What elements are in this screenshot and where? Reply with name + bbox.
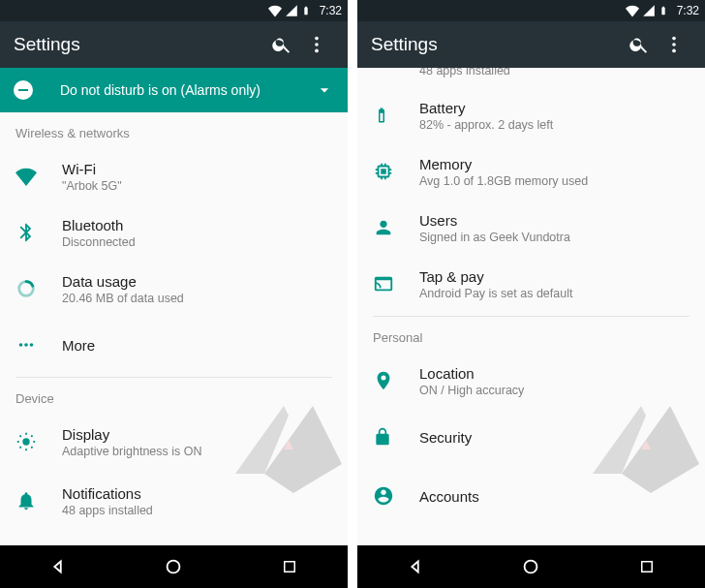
- more-horiz-icon: [15, 334, 37, 356]
- settings-list[interactable]: Wireless & networks Wi-Fi "Arbok 5G" Blu…: [0, 112, 348, 545]
- phone-left: 7:32 Settings Do not disturb is on (Alar…: [0, 0, 348, 588]
- nav-back-button[interactable]: [29, 549, 87, 584]
- nav-home-button[interactable]: [502, 549, 560, 584]
- row-memory[interactable]: Memory Avg 1.0 of 1.8GB memory used: [357, 143, 705, 200]
- row-users[interactable]: Users Signed in as Geek Vundotra: [357, 200, 705, 256]
- search-icon: [628, 34, 650, 55]
- partial-row-subtitle: 48 apps installed: [357, 68, 705, 87]
- row-display[interactable]: Display Adaptive brightness is ON: [0, 414, 348, 470]
- svg-point-15: [672, 49, 676, 53]
- app-bar-title: Settings: [14, 34, 264, 55]
- search-icon: [271, 34, 292, 55]
- row-subtitle: 20.46 MB of data used: [62, 292, 332, 305]
- svg-point-5: [24, 343, 28, 347]
- wifi-status-icon: [268, 4, 282, 17]
- row-title: Display: [62, 426, 332, 443]
- row-title: Tap & pay: [419, 268, 690, 285]
- row-data-usage[interactable]: Data usage 20.46 MB of data used: [0, 261, 348, 317]
- overflow-menu-button[interactable]: [657, 27, 691, 62]
- settings-list[interactable]: 48 apps installed Battery 82% - approx. …: [357, 68, 705, 545]
- nav-home-button[interactable]: [144, 549, 202, 584]
- row-subtitle: Adaptive brightness is ON: [62, 445, 332, 458]
- row-more[interactable]: More: [0, 317, 348, 373]
- home-icon: [520, 556, 541, 577]
- wifi-icon: [15, 166, 37, 187]
- location-icon: [373, 370, 394, 391]
- svg-point-7: [22, 438, 29, 445]
- svg-point-0: [315, 37, 319, 41]
- nav-recent-button[interactable]: [261, 549, 319, 584]
- signal-status-icon: [642, 4, 656, 17]
- battery-icon: [373, 105, 390, 126]
- accounts-icon: [373, 485, 394, 507]
- chevron-down-icon: [315, 80, 334, 100]
- nav-bar: [0, 545, 348, 588]
- app-bar: Settings: [357, 21, 705, 68]
- search-button[interactable]: [264, 27, 299, 62]
- recent-icon: [638, 558, 656, 575]
- back-icon: [47, 556, 69, 577]
- dnd-banner-text: Do not disturb is on (Alarms only): [60, 82, 315, 98]
- memory-icon: [373, 161, 394, 182]
- svg-rect-12: [285, 562, 295, 573]
- back-icon: [405, 556, 426, 577]
- nav-bar: [357, 545, 705, 588]
- display-icon: [15, 431, 37, 452]
- row-subtitle: 82% - approx. 2 days left: [419, 118, 690, 132]
- dnd-banner[interactable]: Do not disturb is on (Alarms only): [0, 68, 348, 112]
- row-subtitle: Android Pay is set as default: [419, 287, 690, 300]
- row-tap-pay[interactable]: Tap & pay Android Pay is set as default: [357, 256, 705, 312]
- svg-point-4: [19, 343, 23, 347]
- row-battery[interactable]: Battery 82% - approx. 2 days left: [357, 87, 705, 143]
- row-title: Security: [419, 429, 690, 446]
- row-notifications[interactable]: Notifications 48 apps installed: [0, 470, 348, 526]
- more-vert-icon: [663, 34, 685, 55]
- nav-back-button[interactable]: [386, 549, 444, 584]
- svg-point-13: [672, 37, 676, 41]
- row-title: Bluetooth: [62, 217, 332, 233]
- status-time: 7:32: [320, 4, 342, 17]
- recent-icon: [281, 558, 298, 575]
- data-usage-icon: [15, 278, 37, 299]
- lock-icon: [373, 426, 392, 448]
- dnd-icon: [14, 80, 33, 100]
- bluetooth-icon: [15, 222, 37, 243]
- status-bar: 7:32: [0, 0, 348, 21]
- row-subtitle: Signed in as Geek Vundotra: [419, 231, 690, 244]
- row-title: Memory: [419, 156, 690, 172]
- section-wireless: Wireless & networks: [0, 112, 348, 148]
- row-title: Notifications: [62, 485, 332, 502]
- row-subtitle: "Arbok 5G": [62, 179, 332, 193]
- nav-recent-button[interactable]: [618, 549, 676, 584]
- signal-status-icon: [285, 4, 298, 17]
- svg-point-11: [168, 561, 180, 573]
- row-title: Battery: [419, 100, 690, 116]
- row-bluetooth[interactable]: Bluetooth Disconnected: [0, 204, 348, 261]
- row-subtitle: Avg 1.0 of 1.8GB memory used: [419, 174, 690, 188]
- row-accounts[interactable]: Accounts: [357, 465, 705, 521]
- row-subtitle: 48 apps installed: [62, 504, 332, 517]
- overflow-menu-button[interactable]: [299, 27, 334, 62]
- row-location[interactable]: Location ON / High accuracy: [357, 353, 705, 409]
- row-title: Accounts: [419, 488, 690, 505]
- row-title: Location: [419, 365, 690, 382]
- section-personal: Personal: [357, 317, 705, 353]
- phone-right: 7:32 Settings 48 apps installed Battery …: [357, 0, 705, 588]
- row-subtitle: Disconnected: [62, 235, 332, 249]
- search-button[interactable]: [622, 27, 657, 62]
- home-icon: [163, 556, 184, 577]
- row-title: Users: [419, 212, 690, 229]
- app-bar-title: Settings: [371, 34, 622, 55]
- row-security[interactable]: Security: [357, 409, 705, 465]
- more-vert-icon: [306, 34, 327, 55]
- row-title: Data usage: [62, 273, 332, 290]
- svg-point-14: [672, 43, 676, 46]
- wifi-status-icon: [626, 4, 639, 17]
- row-wifi[interactable]: Wi-Fi "Arbok 5G": [0, 148, 348, 204]
- row-subtitle: ON / High accuracy: [419, 384, 690, 397]
- row-title: Wi-Fi: [62, 161, 332, 177]
- row-title: More: [62, 337, 332, 354]
- svg-point-6: [30, 343, 34, 347]
- status-bar: 7:32: [357, 0, 705, 21]
- battery-status-icon: [659, 4, 672, 17]
